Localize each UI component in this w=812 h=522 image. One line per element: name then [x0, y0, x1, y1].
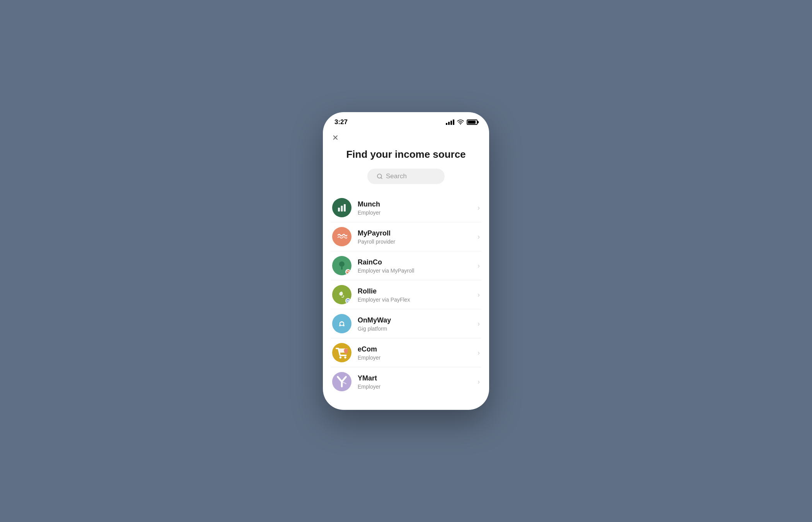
status-icons — [446, 119, 478, 125]
mypayroll-logo — [332, 227, 351, 246]
page-title: Find your income source — [323, 145, 489, 169]
close-icon: ✕ — [332, 133, 339, 142]
phone-frame: 3:27 ✕ Find your income source — [323, 112, 489, 410]
svg-point-5 — [339, 261, 345, 267]
ymart-text: YMart Employer — [358, 374, 478, 390]
mypayroll-text: MyPayroll Payroll provider — [358, 229, 478, 245]
status-time: 3:27 — [334, 118, 348, 126]
battery-icon — [467, 119, 478, 125]
list-item-rollie[interactable]: Rollie Employer via PayFlex › — [331, 280, 481, 309]
svg-rect-4 — [344, 204, 346, 212]
svg-point-12 — [339, 357, 341, 358]
rollie-chevron: › — [478, 291, 480, 299]
munch-text: Munch Employer — [358, 200, 478, 216]
list-item-rainco[interactable]: RainCo Employer via MyPayroll › — [331, 251, 481, 280]
ecom-name: eCom — [358, 345, 478, 354]
svg-rect-3 — [341, 206, 343, 212]
ymart-type: Employer — [358, 384, 478, 390]
rollie-logo — [332, 285, 351, 304]
rainco-name: RainCo — [358, 258, 478, 267]
mypayroll-name: MyPayroll — [358, 229, 478, 238]
ymart-name: YMart — [358, 374, 478, 383]
list-item-munch[interactable]: Munch Employer › — [331, 193, 481, 222]
rollie-type: Employer via PayFlex — [358, 297, 478, 303]
onmyway-logo — [332, 314, 351, 333]
ymart-logo — [332, 372, 351, 391]
munch-name: Munch — [358, 200, 478, 209]
ecom-logo — [332, 343, 351, 362]
rainco-chevron: › — [478, 262, 480, 270]
close-button[interactable]: ✕ — [323, 131, 489, 145]
rainco-type: Employer via MyPayroll — [358, 268, 478, 274]
mypayroll-chevron: › — [478, 233, 480, 241]
svg-rect-7 — [346, 300, 350, 301]
mypayroll-type: Payroll provider — [358, 239, 478, 245]
ecom-chevron: › — [478, 349, 480, 357]
ecom-type: Employer — [358, 355, 478, 361]
list-item-ecom[interactable]: eCom Employer › — [331, 338, 481, 367]
list-item-mypayroll[interactable]: MyPayroll Payroll provider › — [331, 222, 481, 251]
onmyway-chevron: › — [478, 320, 480, 328]
svg-point-13 — [344, 357, 346, 358]
status-bar: 3:27 — [323, 112, 489, 129]
ymart-chevron: › — [478, 378, 480, 386]
ecom-text: eCom Employer — [358, 345, 478, 361]
wifi-icon — [457, 119, 464, 125]
search-bar[interactable]: Search — [367, 169, 445, 184]
signal-icon — [446, 119, 454, 125]
onmyway-text: OnMyWay Gig platform — [358, 316, 478, 332]
list-item-ymart[interactable]: YMart Employer › — [331, 367, 481, 396]
svg-rect-2 — [338, 208, 340, 212]
rainco-logo — [332, 256, 351, 275]
list-item-onmyway[interactable]: OnMyWay Gig platform › — [331, 309, 481, 338]
rainco-text: RainCo Employer via MyPayroll — [358, 258, 478, 274]
search-placeholder: Search — [386, 172, 407, 180]
svg-rect-8 — [346, 301, 350, 302]
munch-chevron: › — [478, 204, 480, 212]
rollie-text: Rollie Employer via PayFlex — [358, 287, 478, 303]
onmyway-type: Gig platform — [358, 326, 478, 332]
svg-line-1 — [381, 177, 382, 179]
search-container: Search — [323, 169, 489, 184]
munch-type: Employer — [358, 210, 478, 216]
munch-logo — [332, 198, 351, 217]
svg-rect-6 — [341, 267, 343, 270]
search-icon — [377, 173, 383, 179]
onmyway-name: OnMyWay — [358, 316, 478, 325]
rollie-name: Rollie — [358, 287, 478, 296]
income-list: Munch Employer › MyPayroll Payroll provi… — [323, 193, 489, 396]
